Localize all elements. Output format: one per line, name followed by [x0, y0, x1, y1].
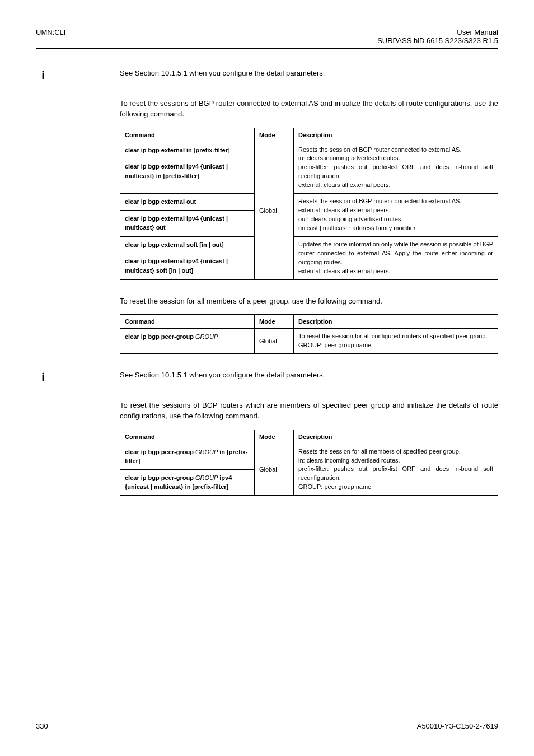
command-table-1: Command Mode Description clear ip bgp ex… — [120, 128, 498, 280]
header-right-line2: SURPASS hiD 6615 S223/S323 R1.5 — [377, 36, 498, 45]
info-icon — [36, 370, 50, 384]
page-header: UMN:CLI User Manual SURPASS hiD 6615 S22… — [36, 28, 498, 49]
table2-header-mode: Mode — [255, 315, 294, 329]
info-icon — [36, 68, 50, 82]
command-table-2: Command Mode Description clear ip bgp pe… — [120, 314, 498, 354]
table1-mode: Global — [255, 142, 294, 279]
table1-r1-description: Resets the session of BGP router connect… — [294, 142, 498, 194]
paragraph-3: To reset the sessions of BGP routers whi… — [120, 400, 498, 422]
table3-description: Resets the session for all members of sp… — [294, 444, 498, 496]
table1-r3-description: Updates the route information only while… — [294, 236, 498, 279]
table3-mode: Global — [255, 444, 294, 496]
table2-header-description: Description — [294, 315, 498, 329]
table1-header-description: Description — [294, 128, 498, 142]
paragraph-2: To reset the session for all members of … — [120, 296, 498, 307]
table3-r1-command: clear ip bgp peer-group GROUP in [prefix… — [120, 444, 255, 469]
table1-r2-description: Resets the session of BGP router connect… — [294, 194, 498, 237]
table3-header-description: Description — [294, 430, 498, 444]
table3-r2-command: clear ip bgp peer-group GROUP ipv4 {unic… — [120, 469, 255, 495]
table2-r1-description: To reset the session for all configured … — [294, 329, 498, 354]
table1-header-mode: Mode — [255, 128, 294, 142]
table1-r1-command: clear ip bgp external in [prefix-filter]… — [120, 142, 255, 194]
table2-mode: Global — [255, 329, 294, 354]
table1-r2-command: clear ip bgp external out clear ip bgp e… — [120, 194, 255, 237]
note-text-2: See Section 10.1.5.1 when you configure … — [120, 370, 498, 381]
svg-rect-3 — [43, 375, 44, 381]
table2-header-command: Command — [120, 315, 255, 329]
table3-header-mode: Mode — [255, 430, 294, 444]
table3-header-command: Command — [120, 430, 255, 444]
paragraph-1: To reset the sessions of BGP router conn… — [120, 98, 498, 120]
svg-point-0 — [42, 71, 44, 72]
page-footer: 330 A50010-Y3-C150-2-7619 — [36, 722, 498, 730]
table1-header-command: Command — [120, 128, 255, 142]
header-right-line1: User Manual — [377, 28, 498, 36]
note-text-1: See Section 10.1.5.1 when you configure … — [120, 68, 498, 79]
header-left: UMN:CLI — [36, 28, 65, 45]
table1-r3-command: clear ip bgp external soft [in | out] cl… — [120, 236, 255, 279]
header-right: User Manual SURPASS hiD 6615 S223/S323 R… — [377, 28, 498, 45]
footer-page-number: 330 — [36, 722, 48, 730]
command-table-3: Command Mode Description clear ip bgp pe… — [120, 430, 498, 496]
footer-doc-id: A50010-Y3-C150-2-7619 — [417, 722, 498, 730]
svg-point-2 — [42, 372, 44, 374]
svg-rect-1 — [43, 73, 44, 79]
table2-r1-command: clear ip bgp peer-group GROUP — [120, 329, 255, 354]
